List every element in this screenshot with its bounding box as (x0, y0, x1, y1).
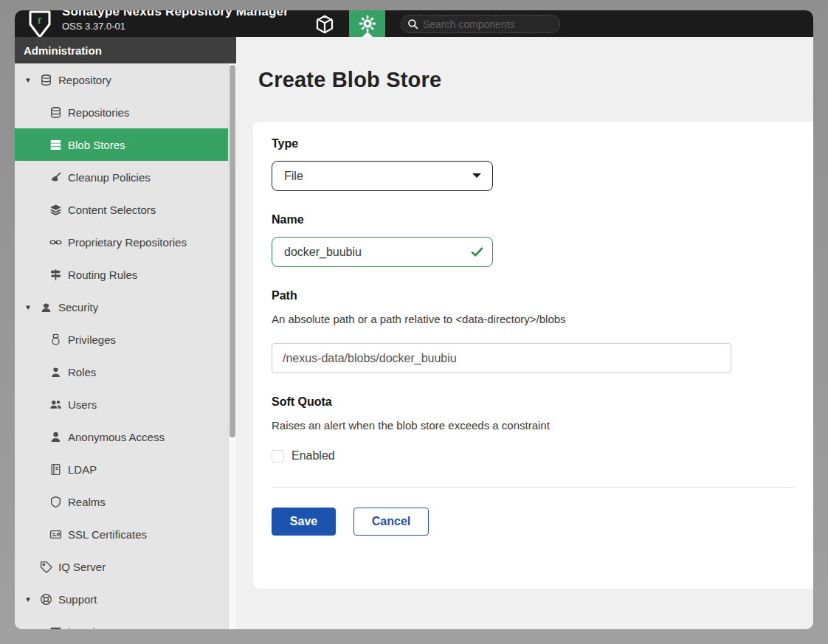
type-label: Type (272, 137, 795, 150)
brand-text: Sonatype Nexus Repository Manager OSS 3.… (62, 10, 289, 32)
caret-down-icon: ▾ (22, 302, 34, 312)
tag-icon (40, 561, 52, 573)
users-icon (49, 398, 62, 411)
sidebar-item-anonymous-access[interactable]: Anonymous Access (15, 420, 228, 453)
top-bar: r Sonatype Nexus Repository Manager OSS … (15, 10, 813, 37)
form-divider (272, 487, 795, 488)
soft-quota-enabled-checkbox[interactable] (272, 450, 284, 463)
name-input[interactable] (272, 237, 493, 267)
path-input[interactable] (272, 343, 731, 373)
sidebar-item-repository[interactable]: ▾ Repository (15, 63, 228, 96)
database-icon (40, 74, 52, 86)
name-label: Name (272, 213, 795, 226)
chain-icon (49, 236, 62, 249)
sidebar-item-realms[interactable]: Realms (15, 485, 228, 518)
sidebar-item-logging[interactable]: Logging (15, 615, 228, 629)
sidebar-nav: ▾ Repository Repositories Blob Stores (15, 63, 228, 629)
type-select[interactable]: File (272, 161, 493, 191)
sidebar-item-roles[interactable]: Roles (15, 356, 228, 388)
search-icon (407, 18, 418, 30)
sidebar-item-ssl-certificates[interactable]: SSL Certificates (15, 518, 228, 550)
soft-quota-enabled-row: Enabled (272, 449, 795, 463)
sidebar-scrollbar[interactable] (228, 63, 236, 629)
sidebar-item-security[interactable]: ▾ Security (15, 291, 228, 323)
sidebar-item-ldap[interactable]: LDAP (15, 453, 228, 485)
map-signs-icon (49, 269, 62, 281)
component-search[interactable] (401, 15, 560, 33)
caret-down-icon: ▾ (22, 595, 34, 604)
admin-sidebar: Administration ▾ Repository Repositories (15, 37, 236, 629)
sidebar-item-routing-rules[interactable]: Routing Rules (15, 258, 228, 291)
admin-gear-tab[interactable] (349, 10, 385, 37)
app-version: OSS 3.37.0-01 (62, 21, 289, 32)
sidebar-item-support[interactable]: ▾ Support (15, 583, 228, 615)
valid-check-icon (470, 245, 484, 259)
create-blob-store-form: Type File Name Path An absolute path or … (253, 122, 813, 589)
cancel-button[interactable]: Cancel (353, 508, 429, 536)
terminal-icon (49, 626, 62, 630)
svg-text:r: r (38, 13, 42, 26)
shield-icon (49, 496, 62, 508)
sidebar-scrollbar-thumb[interactable] (230, 65, 235, 437)
path-help-text: An absolute path or a path relative to <… (272, 313, 795, 325)
sidebar-item-cleanup-policies[interactable]: Cleanup Policies (15, 161, 228, 193)
layers-icon (49, 204, 62, 216)
badge-icon (49, 333, 62, 346)
gear-icon (358, 14, 377, 33)
page-title: Create Blob Store (236, 37, 813, 92)
sidebar-item-blob-stores[interactable]: Blob Stores (15, 128, 228, 161)
search-input[interactable] (423, 18, 553, 30)
sidebar-item-proprietary-repositories[interactable]: Proprietary Repositories (15, 226, 228, 258)
life-ring-icon (40, 593, 52, 606)
user-role-icon (49, 366, 62, 378)
sidebar-item-users[interactable]: Users (15, 388, 228, 420)
selected-tab-arrow (362, 32, 373, 37)
sidebar-item-content-selectors[interactable]: Content Selectors (15, 193, 228, 226)
cube-icon[interactable] (314, 13, 336, 35)
type-select-value: File (284, 170, 303, 183)
soft-quota-help-text: Raises an alert when the blob store exce… (272, 419, 795, 432)
app-window: r Sonatype Nexus Repository Manager OSS … (15, 10, 813, 629)
app-title: Sonatype Nexus Repository Manager (62, 10, 289, 19)
sidebar-item-repositories[interactable]: Repositories (15, 96, 228, 128)
soft-quota-enabled-label: Enabled (291, 449, 335, 463)
soft-quota-label: Soft Quota (272, 395, 795, 409)
sidebar-item-privileges[interactable]: Privileges (15, 323, 228, 356)
caret-down-icon: ▾ (22, 75, 34, 85)
caret-down-icon (472, 173, 482, 179)
sonatype-shield-logo: r (25, 10, 55, 39)
sidebar-item-iq-server[interactable]: IQ Server (15, 550, 228, 583)
path-label: Path (272, 289, 795, 302)
save-button[interactable]: Save (272, 508, 336, 536)
server-icon (49, 139, 62, 151)
database-icon (49, 106, 62, 119)
main-content: Create Blob Store Type File Name Path An… (236, 37, 813, 629)
address-book-icon (49, 463, 62, 476)
user-icon (49, 431, 62, 443)
certificate-icon (49, 528, 62, 541)
sidebar-header: Administration (15, 37, 236, 63)
user-security-icon (40, 301, 52, 314)
broom-icon (49, 171, 62, 184)
